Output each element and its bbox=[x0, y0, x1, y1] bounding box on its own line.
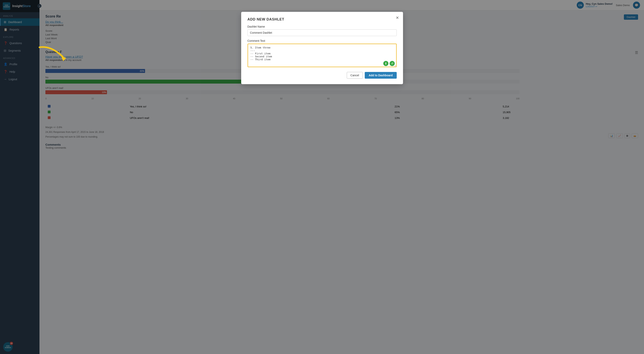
dashlet-name-group: Dashlet Name bbox=[248, 25, 397, 36]
dashlet-name-label: Dashlet Name bbox=[248, 25, 397, 28]
modal: ADD NEW DASHLET ✕ Dashlet Name Comment T… bbox=[241, 12, 403, 84]
comment-text-group: Comment Text 5. Item three --- -- First … bbox=[248, 39, 397, 68]
cancel-button[interactable]: Cancel bbox=[347, 72, 363, 79]
comment-text-label: Comment Text bbox=[248, 39, 397, 42]
textarea-wrapper: 5. Item three --- -- First item -- Secon… bbox=[248, 43, 397, 68]
add-to-dashboard-button[interactable]: Add to Dashboard bbox=[365, 72, 396, 79]
textarea-icon-refresh[interactable]: ↺ bbox=[390, 61, 395, 66]
modal-close-button[interactable]: ✕ bbox=[396, 15, 399, 20]
dashlet-name-input[interactable] bbox=[248, 29, 397, 36]
modal-overlay: ADD NEW DASHLET ✕ Dashlet Name Comment T… bbox=[0, 0, 644, 354]
modal-title: ADD NEW DASHLET bbox=[248, 17, 397, 21]
modal-footer: Cancel Add to Dashboard bbox=[248, 72, 397, 79]
textarea-icon-down[interactable]: ⬇ bbox=[383, 61, 388, 66]
textarea-icons: ⬇ ↺ bbox=[383, 61, 395, 66]
comment-text-textarea[interactable]: 5. Item three --- -- First item -- Secon… bbox=[248, 43, 397, 67]
